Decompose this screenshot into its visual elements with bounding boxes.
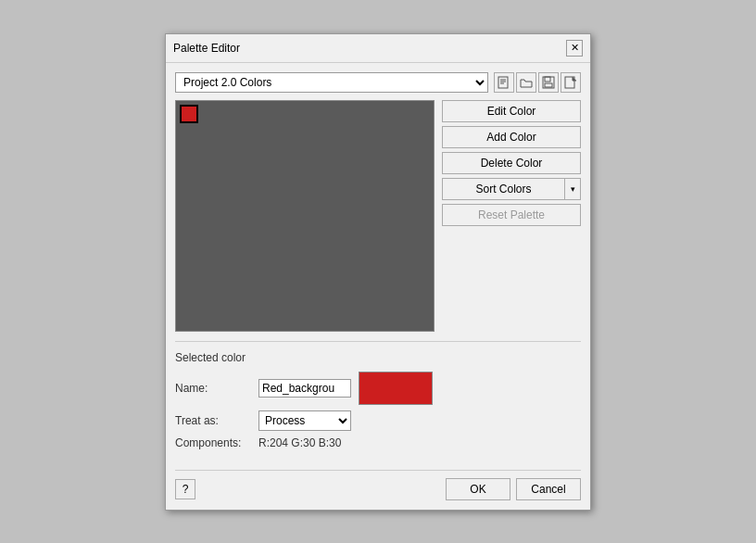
top-row: Project 2.0 Colors: [175, 72, 581, 93]
name-input[interactable]: [258, 379, 351, 398]
delete-color-button[interactable]: Delete Color: [442, 152, 581, 174]
reset-palette-button[interactable]: Reset Palette: [442, 204, 581, 226]
side-buttons: Edit Color Add Color Delete Color Sort C…: [442, 100, 581, 332]
palette-editor-window: Palette Editor ✕ Project 2.0 Colors: [165, 33, 591, 511]
treat-as-label: Treat as:: [175, 414, 258, 427]
treat-as-select[interactable]: Process Spot Registration: [258, 410, 351, 431]
help-button[interactable]: ?: [175, 479, 195, 499]
main-area: Edit Color Add Color Delete Color Sort C…: [175, 100, 581, 332]
bottom-row: ? OK Cancel: [175, 470, 581, 500]
section-title: Selected color: [175, 351, 581, 364]
components-label: Components:: [175, 436, 258, 449]
export-icon: [564, 76, 577, 89]
new-palette-button[interactable]: [494, 72, 514, 93]
title-bar: Palette Editor ✕: [166, 34, 590, 63]
sort-colors-button[interactable]: Sort Colors: [442, 178, 564, 200]
cancel-button[interactable]: Cancel: [516, 478, 581, 500]
components-value: R:204 G:30 B:30: [258, 436, 341, 449]
name-label: Name:: [175, 382, 258, 395]
open-palette-button[interactable]: [516, 72, 536, 93]
action-buttons: OK Cancel: [446, 478, 581, 500]
edit-color-button[interactable]: Edit Color: [442, 100, 581, 122]
export-palette-button[interactable]: [561, 72, 581, 93]
components-row: Components: R:204 G:30 B:30: [175, 436, 581, 449]
svg-rect-5: [545, 77, 550, 82]
name-row: Name:: [175, 372, 581, 405]
selected-color-section: Selected color Name: Treat as: Process S…: [175, 351, 581, 462]
open-icon: [520, 76, 533, 89]
close-button[interactable]: ✕: [566, 40, 583, 57]
window-title: Palette Editor: [173, 42, 240, 55]
ok-button[interactable]: OK: [446, 478, 510, 500]
add-color-button[interactable]: Add Color: [442, 126, 581, 148]
palette-select[interactable]: Project 2.0 Colors: [175, 72, 488, 93]
icon-toolbar: [494, 72, 581, 93]
selected-color-swatch[interactable]: [180, 105, 198, 123]
divider: [175, 341, 581, 342]
main-content: Project 2.0 Colors: [166, 63, 590, 510]
color-preview: [359, 372, 433, 405]
sort-colors-dropdown[interactable]: ▾: [564, 178, 581, 200]
treat-as-row: Treat as: Process Spot Registration: [175, 410, 581, 431]
svg-rect-0: [498, 77, 508, 88]
save-palette-button[interactable]: [538, 72, 559, 93]
new-icon: [498, 76, 510, 89]
palette-canvas: [175, 100, 435, 332]
svg-rect-6: [545, 83, 552, 87]
save-icon: [542, 76, 555, 89]
sort-colors-row: Sort Colors ▾: [442, 178, 581, 200]
